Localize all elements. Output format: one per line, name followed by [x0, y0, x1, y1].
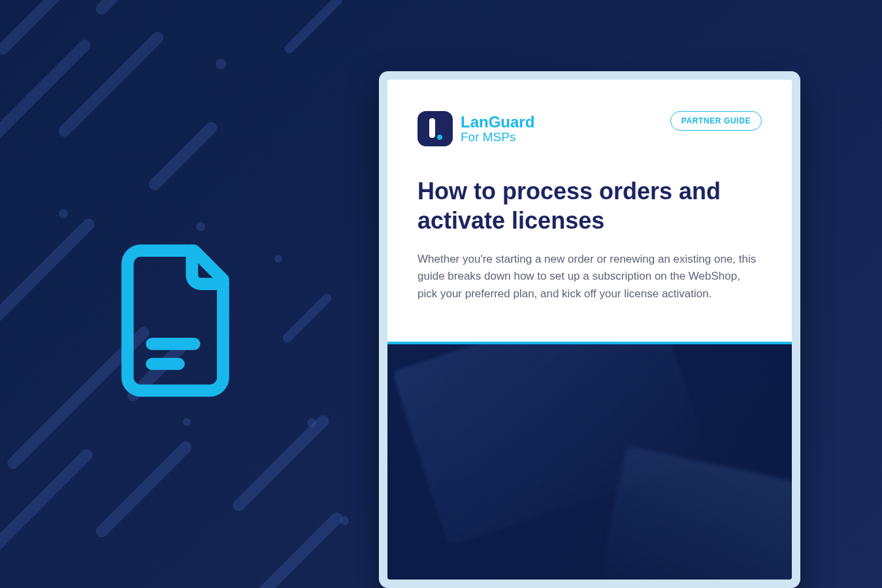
- document-title: How to process orders and activate licen…: [417, 176, 731, 235]
- document-icon: [121, 242, 232, 431]
- document-body: LanGuard For MSPs PARTNER GUIDE How to p…: [387, 80, 792, 342]
- document-page: LanGuard For MSPs PARTNER GUIDE How to p…: [387, 80, 792, 580]
- document-intro: Whether you're starting a new order or r…: [417, 251, 762, 302]
- document-preview-card: LanGuard For MSPs PARTNER GUIDE How to p…: [379, 71, 800, 588]
- brand-logo: LanGuard For MSPs: [417, 111, 534, 146]
- hero-photo: [387, 344, 792, 580]
- partner-guide-badge: PARTNER GUIDE: [670, 111, 762, 131]
- brand-logo-mark: [417, 111, 453, 146]
- brand-name-line1: LanGuard: [461, 114, 534, 130]
- brand-logo-text: LanGuard For MSPs: [461, 114, 534, 143]
- document-header: LanGuard For MSPs PARTNER GUIDE: [417, 111, 762, 146]
- brand-name-line2: For MSPs: [461, 131, 534, 144]
